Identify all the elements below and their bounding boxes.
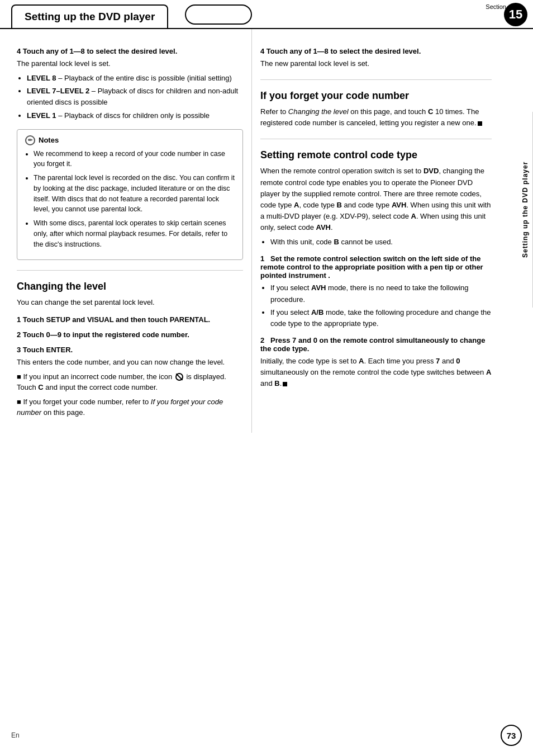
list-item: The parental lock level is recorded on t… bbox=[34, 173, 235, 215]
forget-heading: If you forget your code number bbox=[260, 90, 492, 102]
right-step1-heading: 1 Set the remote control selection switc… bbox=[260, 254, 492, 280]
changing-level-heading: Changing the level bbox=[17, 281, 243, 292]
list-item: With this unit, code B cannot be used. bbox=[270, 237, 492, 248]
list-item: LEVEL 7–LEVEL 2 – Playback of discs for … bbox=[27, 86, 243, 108]
section-box: Section 15 bbox=[486, 0, 533, 28]
left-step3-text-span: This enters the code number, and you can… bbox=[17, 358, 225, 366]
changing-level-text-span: You can change the set parental lock lev… bbox=[17, 298, 155, 306]
section-number-text: 15 bbox=[509, 7, 522, 22]
oval-tab bbox=[185, 4, 252, 25]
right-step4-text: The new parental lock level is set. bbox=[260, 58, 492, 69]
left-step3-heading-text: 3 Touch ENTER. bbox=[17, 346, 73, 354]
title-text: Setting up the DVD player bbox=[25, 11, 155, 23]
notes-icon: ✏ bbox=[25, 135, 35, 145]
forget-text: Refer to Changing the level on this page… bbox=[260, 106, 492, 129]
no-sign-icon bbox=[175, 373, 183, 381]
remote-intro: When the remote control operation switch… bbox=[260, 166, 492, 233]
right-step2-text: Initially, the code type is set to A. Ea… bbox=[260, 356, 492, 389]
changing-level-text: You can change the set parental lock lev… bbox=[17, 297, 243, 308]
left-step4-text-span: The parental lock level is set. bbox=[17, 59, 111, 68]
list-item: If you select A/B mode, take the followi… bbox=[270, 307, 492, 329]
right-step1-list: If you select AVH mode, there is no need… bbox=[270, 282, 492, 329]
end-marker bbox=[478, 121, 482, 126]
side-label-text: Setting up the DVD player bbox=[521, 162, 529, 258]
list-item: LEVEL 1 – Playback of discs for children… bbox=[27, 110, 243, 121]
footer: En 73 bbox=[0, 725, 533, 746]
notes-box: ✏ Notes We recommend to keep a record of… bbox=[17, 129, 243, 261]
remote-bullets: With this unit, code B cannot be used. bbox=[270, 237, 492, 248]
right-step2-heading: 2 Press 7 and 0 on the remote control si… bbox=[260, 336, 492, 353]
list-item: With some discs, parental lock operates … bbox=[34, 218, 235, 249]
section-number: 15 bbox=[504, 3, 527, 26]
page: Setting up the DVD player Section 15 4 T… bbox=[0, 0, 533, 756]
forget-heading-text: If you forget your code number bbox=[260, 90, 409, 101]
right-column: 4 Touch any of 1—8 to select the desired… bbox=[251, 29, 497, 433]
list-item: LEVEL 8 – Playback of the entire disc is… bbox=[27, 73, 243, 84]
left-step4-text: The parental lock level is set. bbox=[17, 58, 243, 69]
right-step4-text-span: The new parental lock level is set. bbox=[260, 59, 369, 68]
footer-page-number: 73 bbox=[507, 731, 516, 740]
remote-heading: Setting remote control code type bbox=[260, 149, 492, 161]
section-divider-2 bbox=[260, 79, 492, 80]
changing-level-heading-text: Changing the level bbox=[17, 281, 106, 292]
left-step4-heading-text: 4 Touch any of 1—8 to select the desired… bbox=[17, 47, 177, 55]
left-step4-heading: 4 Touch any of 1—8 to select the desired… bbox=[17, 47, 243, 55]
remote-heading-text: Setting remote control code type bbox=[260, 149, 417, 160]
right-step4-heading-text: 4 Touch any of 1—8 to select the desired… bbox=[260, 47, 421, 55]
levels-list: LEVEL 8 – Playback of the entire disc is… bbox=[27, 73, 243, 121]
left-step1-heading: 1 Touch SETUP and VISUAL and then touch … bbox=[17, 315, 243, 324]
section-divider-3 bbox=[260, 139, 492, 139]
side-label: Setting up the DVD player bbox=[517, 112, 533, 308]
main-content: 4 Touch any of 1—8 to select the desired… bbox=[0, 29, 533, 433]
left-step3-text: This enters the code number, and you can… bbox=[17, 357, 243, 368]
left-step3-heading: 3 Touch ENTER. bbox=[17, 346, 243, 354]
notes-list: We recommend to keep a record of your co… bbox=[34, 149, 235, 250]
list-item: We recommend to keep a record of your co… bbox=[34, 149, 235, 170]
left-step3-note2: ■ If you forget your code number, refer … bbox=[17, 396, 243, 418]
section-divider bbox=[17, 270, 243, 271]
right-step4-heading: 4 Touch any of 1—8 to select the desired… bbox=[260, 47, 492, 55]
notes-title-text: Notes bbox=[39, 136, 59, 144]
left-step3-note1: ■ If you input an incorrect code number,… bbox=[17, 371, 243, 393]
left-step2-heading-text: 2 Touch 0—9 to input the registered code… bbox=[17, 330, 189, 339]
notes-title: ✏ Notes bbox=[25, 135, 235, 145]
list-item: If you select AVH mode, there is no need… bbox=[270, 282, 492, 305]
footer-lang: En bbox=[11, 731, 20, 739]
top-bar: Setting up the DVD player Section 15 bbox=[0, 0, 533, 29]
left-step2-heading: 2 Touch 0—9 to input the registered code… bbox=[17, 330, 243, 339]
left-step1-heading-text: 1 Touch SETUP and VISUAL and then touch … bbox=[17, 315, 210, 324]
page-title: Setting up the DVD player bbox=[11, 4, 168, 28]
footer-page: 73 bbox=[501, 725, 522, 746]
left-column: 4 Touch any of 1—8 to select the desired… bbox=[6, 29, 251, 433]
end-marker-2 bbox=[283, 382, 287, 386]
